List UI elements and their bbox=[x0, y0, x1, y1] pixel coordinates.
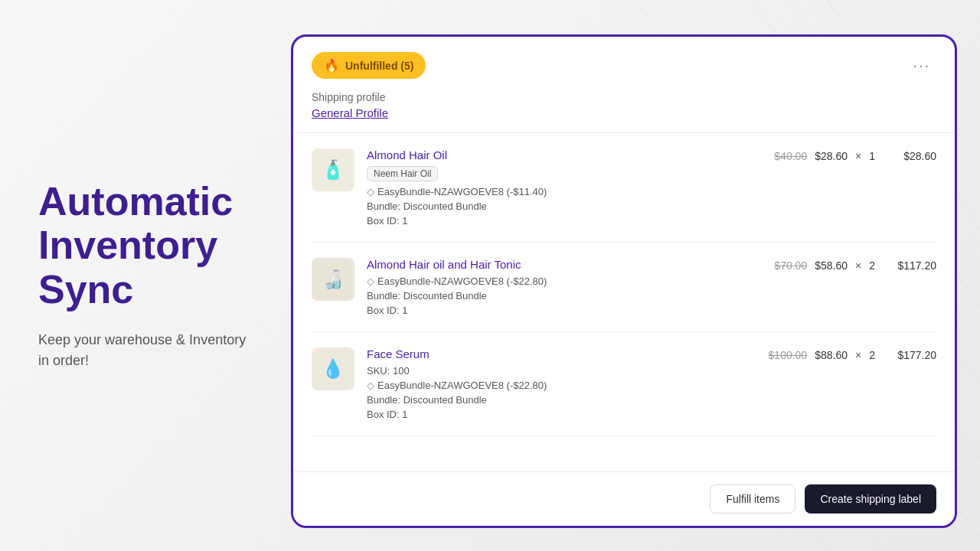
price-qty: 1 bbox=[869, 150, 875, 162]
tag-icon: ◇ bbox=[367, 186, 374, 197]
price-total: $28.60 bbox=[883, 150, 936, 162]
unfulfilled-label: Unfulfilled (5) bbox=[345, 60, 413, 72]
item-bundle-code: ◇ EasyBundle-NZAWGOEVE8 (-$22.80) bbox=[367, 380, 756, 391]
price-multiply: × bbox=[855, 150, 861, 162]
price-original: $100.00 bbox=[769, 349, 808, 361]
card-footer: Fulfill items Create shipping label bbox=[293, 471, 955, 526]
create-shipping-label-button[interactable]: Create shipping label bbox=[805, 484, 936, 514]
price-total: $117.20 bbox=[883, 259, 936, 272]
price-sale: $28.60 bbox=[815, 150, 848, 162]
tag-icon: ◇ bbox=[367, 276, 374, 287]
tag-icon: ◇ bbox=[367, 380, 374, 391]
fulfill-items-button[interactable]: Fulfill items bbox=[710, 484, 795, 514]
item-box-id: Box ID: 1 bbox=[367, 215, 762, 227]
item-pricing: $70.00 $58.60 × 2 $117.20 bbox=[774, 258, 936, 272]
item-bundle-code: ◇ EasyBundle-NZAWGOEVE8 (-$22.80) bbox=[367, 276, 762, 287]
shipping-profile-link[interactable]: General Profile bbox=[312, 106, 388, 119]
more-options-button[interactable]: ··· bbox=[906, 54, 936, 77]
price-multiply: × bbox=[855, 259, 861, 272]
item-bundle-code: ◇ EasyBundle-NZAWGOEVE8 (-$11.40) bbox=[367, 186, 762, 197]
table-row: 🍶 Almond Hair oil and Hair Tonic ◇ EasyB… bbox=[312, 243, 936, 332]
item-bundle-name: Bundle: Discounted Bundle bbox=[367, 394, 756, 406]
item-details: Almond Hair Oil Neem Hair Oil ◇ EasyBund… bbox=[367, 148, 762, 227]
price-qty: 2 bbox=[869, 349, 875, 361]
table-row: 🧴 Almond Hair Oil Neem Hair Oil ◇ EasyBu… bbox=[312, 133, 936, 243]
item-thumbnail: 🧴 bbox=[312, 148, 354, 191]
item-bundle-name: Bundle: Discounted Bundle bbox=[367, 290, 762, 302]
item-thumbnail: 🍶 bbox=[312, 258, 354, 301]
shipping-profile-label: Shipping profile bbox=[312, 91, 936, 103]
price-total: $177.20 bbox=[883, 349, 936, 361]
price-sale: $88.60 bbox=[815, 349, 848, 361]
order-card: 🔥 Unfulfilled (5) ··· Shipping profile G… bbox=[291, 34, 957, 528]
item-sku: SKU: 100 bbox=[367, 365, 756, 377]
shipping-profile-section: Shipping profile General Profile bbox=[293, 79, 955, 133]
unfulfilled-badge: 🔥 Unfulfilled (5) bbox=[312, 52, 426, 79]
item-pricing: $40.00 $28.60 × 1 $28.60 bbox=[774, 148, 936, 162]
item-details: Face Serum SKU: 100 ◇ EasyBundle-NZAWGOE… bbox=[367, 347, 756, 420]
hero-title: Automatic Inventory Sync bbox=[38, 180, 253, 311]
item-name[interactable]: Almond Hair Oil bbox=[367, 148, 762, 161]
price-qty: 2 bbox=[869, 259, 875, 272]
price-sale: $58.60 bbox=[815, 259, 848, 272]
item-variant-badge: Neem Hair Oil bbox=[367, 166, 438, 181]
item-box-id: Box ID: 1 bbox=[367, 409, 756, 420]
card-header: 🔥 Unfulfilled (5) ··· bbox=[293, 37, 955, 79]
item-bundle-name: Bundle: Discounted Bundle bbox=[367, 201, 762, 212]
item-box-id: Box ID: 1 bbox=[367, 305, 762, 316]
item-pricing: $100.00 $88.60 × 2 $177.20 bbox=[769, 347, 936, 361]
left-panel: Automatic Inventory Sync Keep your wareh… bbox=[0, 0, 291, 551]
item-name[interactable]: Face Serum bbox=[367, 347, 756, 360]
item-name[interactable]: Almond Hair oil and Hair Tonic bbox=[367, 258, 762, 271]
hero-subtitle: Keep your warehouse & Inventory in order… bbox=[38, 330, 253, 371]
fire-icon: 🔥 bbox=[324, 58, 339, 73]
price-multiply: × bbox=[855, 349, 861, 361]
item-thumbnail: 💧 bbox=[312, 347, 354, 390]
items-list: 🧴 Almond Hair Oil Neem Hair Oil ◇ EasyBu… bbox=[293, 133, 955, 471]
item-details: Almond Hair oil and Hair Tonic ◇ EasyBun… bbox=[367, 258, 762, 316]
table-row: 💧 Face Serum SKU: 100 ◇ EasyBundle-NZAWG… bbox=[312, 332, 936, 436]
price-original: $40.00 bbox=[774, 150, 807, 162]
price-original: $70.00 bbox=[774, 259, 807, 272]
